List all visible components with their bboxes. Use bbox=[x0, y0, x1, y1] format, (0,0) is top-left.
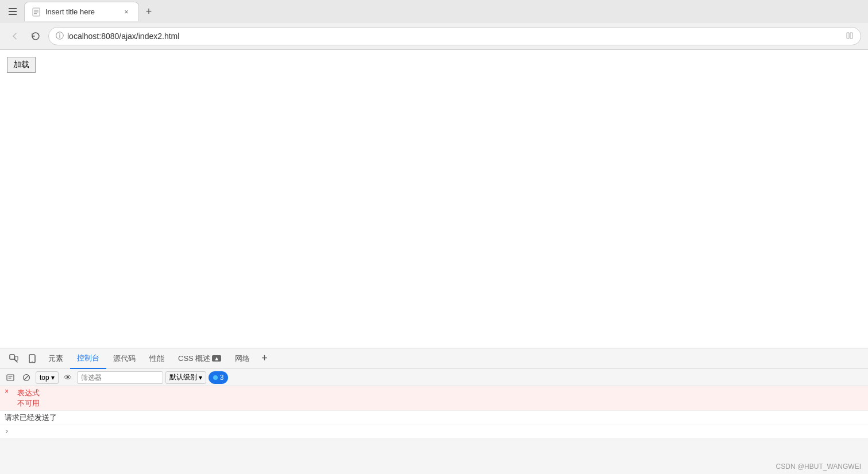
reader-icon[interactable] bbox=[846, 32, 854, 41]
svg-rect-6 bbox=[34, 13, 37, 14]
devtools-tab-console-label: 控制台 bbox=[77, 353, 99, 363]
level-dropdown[interactable]: 默认级别 ▾ bbox=[165, 371, 206, 384]
level-label: 默认级别 bbox=[169, 372, 197, 382]
devtools-tab-source-label: 源代码 bbox=[113, 353, 136, 364]
tab-bar: Insert title here × + bbox=[0, 0, 868, 23]
devtools-device-icon[interactable] bbox=[23, 348, 41, 369]
svg-rect-5 bbox=[34, 11, 38, 13]
error-icon: × bbox=[5, 388, 14, 396]
top-label: top bbox=[40, 374, 49, 382]
svg-point-10 bbox=[32, 360, 32, 361]
console-row-expandable[interactable]: › bbox=[0, 425, 868, 439]
tab-title: Insert title here bbox=[45, 7, 117, 16]
console-error-text: 表达式 不可用 bbox=[17, 388, 863, 409]
devtools-panel: 元素 控制台 源代码 性能 CSS 概述 ▲ 网络 + bbox=[0, 348, 868, 474]
devtools-tab-network[interactable]: 网络 bbox=[228, 348, 257, 369]
devtools-inspect-icon[interactable] bbox=[5, 348, 23, 369]
devtools-tab-add[interactable]: + bbox=[257, 348, 272, 369]
devtools-toolbar: top ▾ 👁 默认级别 ▾ 3 bbox=[0, 369, 868, 386]
devtools-tab-css[interactable]: CSS 概述 ▲ bbox=[171, 348, 228, 369]
active-tab[interactable]: Insert title here × bbox=[24, 2, 139, 21]
filter-input[interactable] bbox=[77, 371, 163, 384]
address-info-icon: ⓘ bbox=[56, 31, 64, 41]
refresh-button[interactable] bbox=[28, 28, 44, 44]
level-arrow: ▾ bbox=[199, 374, 202, 382]
console-log-text: 请求已经发送了 bbox=[5, 413, 863, 423]
console-output: × 表达式 不可用 请求已经发送了 › bbox=[0, 386, 868, 439]
devtools-tab-console[interactable]: 控制台 bbox=[70, 348, 106, 369]
page-content: 加载 bbox=[0, 50, 868, 360]
devtools-tab-performance-label: 性能 bbox=[149, 353, 164, 364]
back-button[interactable] bbox=[7, 28, 23, 44]
top-dropdown-arrow: ▾ bbox=[51, 374, 55, 382]
address-input-wrap[interactable]: ⓘ localhost:8080/ajax/index2.html bbox=[48, 27, 861, 45]
block-console-icon[interactable] bbox=[20, 371, 33, 384]
msg-count-dot bbox=[213, 375, 218, 380]
console-row-error: × 表达式 不可用 bbox=[0, 386, 868, 411]
browser-chrome: Insert title here × + ⓘ localhost:8080/a… bbox=[0, 0, 868, 50]
devtools-tabs: 元素 控制台 源代码 性能 CSS 概述 ▲ 网络 + bbox=[0, 348, 868, 369]
load-button[interactable]: 加载 bbox=[7, 57, 36, 73]
eye-icon[interactable]: 👁 bbox=[61, 371, 75, 384]
tab-favicon bbox=[32, 7, 41, 17]
devtools-tab-elements[interactable]: 元素 bbox=[41, 348, 70, 369]
watermark: CSDN @HBUT_WANGWEI bbox=[776, 463, 861, 471]
devtools-tab-network-label: 网络 bbox=[235, 353, 250, 364]
devtools-tab-elements-label: 元素 bbox=[48, 353, 63, 364]
new-tab-button[interactable]: + bbox=[140, 3, 157, 20]
chevron-right-icon[interactable]: › bbox=[5, 427, 13, 436]
context-dropdown[interactable]: top ▾ bbox=[36, 371, 59, 384]
svg-rect-1 bbox=[9, 11, 17, 12]
svg-rect-2 bbox=[9, 14, 17, 15]
console-row-log: 请求已经发送了 bbox=[0, 411, 868, 425]
tab-close-button[interactable]: × bbox=[121, 7, 132, 17]
devtools-tab-css-label: CSS 概述 bbox=[178, 353, 210, 364]
devtools-tab-source[interactable]: 源代码 bbox=[106, 348, 142, 369]
svg-rect-0 bbox=[9, 8, 17, 9]
message-count-badge[interactable]: 3 bbox=[209, 371, 229, 384]
browser-menu-icon[interactable] bbox=[5, 3, 21, 20]
svg-rect-7 bbox=[10, 355, 14, 359]
address-bar: ⓘ localhost:8080/ajax/index2.html bbox=[0, 23, 868, 49]
svg-rect-11 bbox=[7, 375, 14, 380]
address-text: localhost:8080/ajax/index2.html bbox=[67, 32, 842, 41]
devtools-tab-performance[interactable]: 性能 bbox=[142, 348, 171, 369]
msg-count-number: 3 bbox=[220, 374, 224, 382]
svg-rect-4 bbox=[34, 10, 38, 11]
clear-console-icon[interactable] bbox=[3, 371, 17, 384]
css-badge: ▲ bbox=[212, 355, 221, 362]
